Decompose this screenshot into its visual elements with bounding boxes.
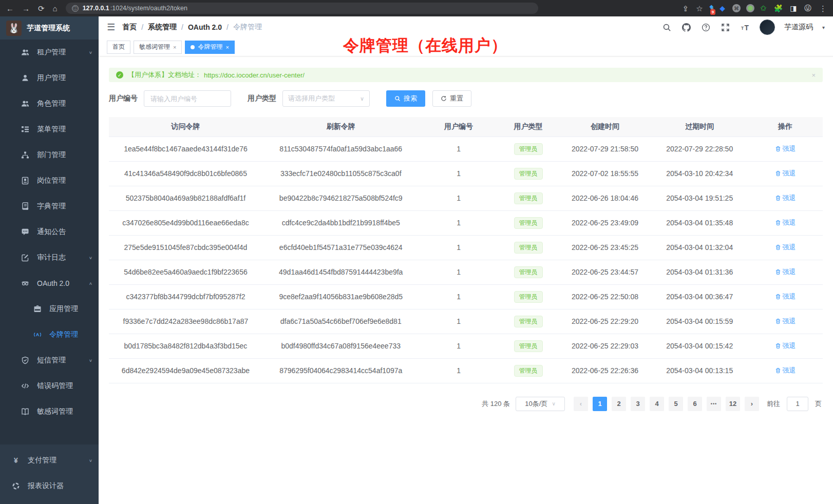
sidebar-item-岗位管理[interactable]: 岗位管理	[0, 168, 99, 193]
force-logout-button[interactable]: 强退	[775, 366, 796, 375]
gem-extension-icon[interactable]: ◆	[720, 4, 725, 12]
browser-menu-icon[interactable]: ⋮	[819, 5, 827, 12]
search-icon[interactable]	[662, 22, 672, 32]
column-header: 访问令牌	[109, 117, 262, 137]
breadcrumb-item[interactable]: OAuth 2.0	[188, 23, 222, 31]
sidebar-item-审计日志[interactable]: 审计日志∨	[0, 245, 99, 270]
sidebar-item-OAuth 2.0[interactable]: OAuth 2.0∧	[0, 270, 99, 296]
force-logout-button[interactable]: 强退	[775, 169, 796, 178]
user-type-badge: 管理员	[514, 340, 543, 352]
sidebar-item-敏感词管理[interactable]: 敏感词管理	[0, 399, 99, 424]
search-button[interactable]: 搜索	[386, 90, 425, 107]
breadcrumb-item[interactable]: 首页	[122, 23, 137, 32]
sidebar-collapse-icon[interactable]: ☰	[107, 22, 115, 33]
menu-tree-icon	[21, 125, 30, 134]
tab-close-icon[interactable]: ×	[173, 44, 176, 50]
browser-back-button[interactable]: ←	[6, 5, 14, 12]
goto-page-input[interactable]	[787, 397, 808, 411]
browser-forward-button[interactable]: →	[22, 5, 30, 12]
users-icon	[21, 48, 30, 57]
font-size-icon[interactable]: TT	[740, 22, 750, 32]
puzzle-extensions-icon[interactable]: 🧩	[774, 4, 783, 12]
site-info-icon[interactable]: ⓘ	[72, 5, 79, 12]
browser-home-button[interactable]: ⌂	[53, 5, 58, 12]
sidebar-item-部门管理[interactable]: 部门管理	[0, 142, 99, 168]
force-logout-button[interactable]: 强退	[775, 317, 796, 326]
page-button-1[interactable]: 1	[593, 397, 607, 411]
sidebar-item-支付管理[interactable]: ¥支付管理∨	[0, 448, 99, 473]
page-button-2[interactable]: 2	[612, 397, 626, 411]
tab-首页[interactable]: 首页	[107, 41, 130, 54]
breadcrumb-item[interactable]: 系统管理	[148, 23, 177, 32]
sidebar-item-报表设计器[interactable]: 报表设计器	[0, 473, 99, 499]
sidebar-item-菜单管理[interactable]: 菜单管理	[0, 117, 99, 142]
force-logout-button[interactable]: 强退	[775, 267, 796, 277]
access-token-cell: 6d842e2924594de9a09e45e087323abe	[109, 358, 262, 383]
sidebar-item-租户管理[interactable]: 租户管理∨	[0, 40, 99, 65]
chevron-down-icon[interactable]: ▾	[822, 25, 825, 30]
menu-item-label: 支付管理	[28, 456, 56, 465]
app-title: 芋道管理系统	[27, 24, 70, 33]
tab-令牌管理[interactable]: 令牌管理×	[185, 41, 234, 54]
menu-item-label: 报表设计器	[28, 481, 64, 491]
sidebar-item-短信管理[interactable]: 短信管理∨	[0, 347, 99, 373]
force-logout-button[interactable]: 强退	[775, 193, 796, 203]
page-size-select[interactable]: 10条/页 ∨	[516, 397, 565, 411]
extension-blocks-icon[interactable]: ▪▪ ◆ 9	[710, 5, 713, 12]
force-logout-button[interactable]: 强退	[775, 243, 796, 252]
alert-close-icon[interactable]: ×	[811, 71, 816, 79]
bookmark-star-icon[interactable]: ☆	[696, 5, 703, 12]
goto-label: 前往	[767, 399, 780, 409]
green-dot-extension-icon[interactable]	[748, 6, 753, 11]
svg-text:T: T	[742, 25, 745, 30]
menu-item-label: 部门管理	[37, 150, 66, 160]
page-button-6[interactable]: 6	[688, 397, 702, 411]
tab-敏感词管理[interactable]: 敏感词管理×	[134, 41, 182, 54]
user-id-input[interactable]	[144, 90, 231, 107]
sidebar-item-应用管理[interactable]: 应用管理	[0, 296, 99, 322]
created-time-cell: 2022-07-02 18:55:55	[559, 161, 652, 186]
delete-icon	[775, 318, 781, 324]
profile-avatar-icon[interactable]: 😜	[804, 4, 812, 13]
address-bar[interactable]: ⓘ 127.0.0.1:1024/system/oauth2/token	[66, 3, 538, 14]
chevron-down-icon: ∨	[89, 50, 92, 55]
page-button-4[interactable]: 4	[650, 397, 664, 411]
user-avatar[interactable]	[760, 20, 775, 35]
sidebar-item-令牌管理[interactable]: A令牌管理	[0, 322, 99, 347]
reset-button[interactable]: 重置	[432, 90, 471, 107]
menu-item-label: 用户管理	[37, 73, 66, 83]
expire-time-cell: 2054-03-04 19:51:25	[651, 186, 748, 210]
force-logout-button[interactable]: 强退	[775, 292, 796, 301]
next-page-button[interactable]: ›	[745, 397, 759, 411]
force-logout-button[interactable]: 强退	[775, 218, 796, 227]
sidebar-item-通知公告[interactable]: 通知公告	[0, 219, 99, 245]
sidebar-item-角色管理[interactable]: 角色管理	[0, 91, 99, 117]
help-icon[interactable]	[701, 22, 711, 32]
force-logout-button[interactable]: 强退	[775, 341, 796, 351]
side-panel-icon[interactable]: ◨	[790, 4, 797, 12]
github-icon[interactable]	[681, 22, 692, 32]
green-star-extension-icon[interactable]: ✩	[760, 4, 767, 13]
force-logout-button[interactable]: 强退	[775, 144, 796, 153]
browser-reload-button[interactable]: ⟳	[38, 5, 45, 12]
sidebar-item-用户管理[interactable]: 用户管理	[0, 65, 99, 91]
user-type-badge: 管理员	[514, 168, 543, 180]
alert-doc-link[interactable]: https://doc.iocoder.cn/user-center/	[204, 71, 305, 79]
page-button-5[interactable]: 5	[669, 397, 683, 411]
page-button-12[interactable]: 12	[726, 397, 740, 411]
fullscreen-icon[interactable]	[721, 22, 731, 32]
sidebar-item-错误码管理[interactable]: 错误码管理	[0, 373, 99, 399]
pagination-more[interactable]: •••	[707, 397, 721, 411]
page-button-3[interactable]: 3	[631, 397, 645, 411]
app-logo-bar[interactable]: 🐰 芋道管理系统	[0, 16, 99, 40]
sidebar-item-字典管理[interactable]: 字典管理	[0, 193, 99, 219]
tab-close-icon[interactable]: ×	[225, 44, 229, 50]
prev-page-button[interactable]: ‹	[574, 397, 588, 411]
token-icon: A	[33, 330, 42, 339]
refresh-token-cell: dfa6c71a50a54c66bef706ef9e6e8d81	[262, 309, 420, 334]
command-extension-icon[interactable]: ⌘	[732, 4, 741, 12]
menu-item-label: 应用管理	[49, 304, 78, 314]
menu-item-label: 角色管理	[37, 99, 66, 108]
user-type-select[interactable]: 请选择用户类型 ∨	[282, 90, 370, 107]
share-icon[interactable]: ⇪	[683, 5, 689, 12]
